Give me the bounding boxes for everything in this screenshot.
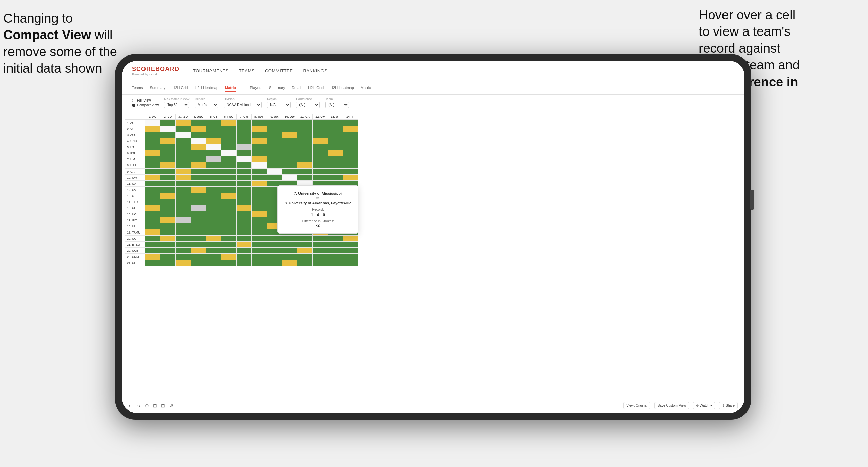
matrix-cell[interactable]	[282, 248, 297, 254]
nav-tournaments[interactable]: TOURNAMENTS	[193, 67, 229, 75]
matrix-cell[interactable]	[206, 248, 221, 254]
zoom-fit-icon[interactable]: ⊙	[145, 403, 149, 408]
matrix-cell[interactable]	[267, 120, 282, 126]
matrix-cell[interactable]	[237, 254, 252, 260]
matrix-cell[interactable]	[160, 248, 176, 254]
matrix-cell[interactable]	[206, 199, 221, 205]
matrix-cell[interactable]	[343, 169, 358, 175]
matrix-cell[interactable]	[176, 126, 191, 132]
matrix-cell[interactable]	[282, 132, 297, 138]
matrix-cell[interactable]	[252, 236, 267, 242]
nav-committee[interactable]: COMMITTEE	[265, 67, 293, 75]
nav-teams[interactable]: TEAMS	[239, 67, 255, 75]
refresh-icon[interactable]: ↺	[169, 403, 173, 408]
matrix-cell[interactable]	[160, 144, 176, 150]
nav-rankings[interactable]: RANKINGS	[303, 67, 327, 75]
matrix-cell[interactable]	[145, 120, 160, 126]
matrix-cell[interactable]	[328, 175, 343, 181]
matrix-cell[interactable]	[237, 126, 252, 132]
matrix-cell[interactable]	[282, 254, 297, 260]
matrix-cell[interactable]	[221, 211, 237, 217]
matrix-cell[interactable]	[191, 126, 206, 132]
matrix-cell[interactable]	[267, 150, 282, 156]
matrix-cell[interactable]	[297, 150, 313, 156]
matrix-cell[interactable]	[221, 242, 237, 248]
matrix-cell[interactable]	[160, 242, 176, 248]
matrix-cell[interactable]	[191, 120, 206, 126]
matrix-cell[interactable]	[206, 211, 221, 217]
matrix-cell[interactable]	[191, 229, 206, 236]
filter-division-select[interactable]: NCAA Division I	[224, 102, 262, 108]
matrix-cell[interactable]	[191, 138, 206, 144]
matrix-cell[interactable]	[176, 156, 191, 162]
matrix-cell[interactable]	[282, 138, 297, 144]
matrix-cell[interactable]	[328, 132, 343, 138]
matrix-cell[interactable]	[160, 156, 176, 162]
matrix-cell[interactable]	[313, 138, 328, 144]
matrix-cell[interactable]	[237, 193, 252, 199]
matrix-cell[interactable]	[191, 156, 206, 162]
matrix-cell[interactable]	[176, 254, 191, 260]
matrix-cell[interactable]	[145, 126, 160, 132]
matrix-cell[interactable]	[176, 223, 191, 229]
matrix-cell[interactable]	[237, 132, 252, 138]
matrix-cell[interactable]	[252, 254, 267, 260]
matrix-cell[interactable]	[191, 150, 206, 156]
matrix-cell[interactable]	[297, 162, 313, 169]
matrix-cell[interactable]	[252, 248, 267, 254]
matrix-cell[interactable]	[145, 162, 160, 169]
matrix-cell[interactable]	[282, 156, 297, 162]
matrix-cell[interactable]	[313, 126, 328, 132]
watch-button[interactable]: ⊙ Watch ▾	[693, 402, 715, 409]
matrix-cell[interactable]	[176, 144, 191, 150]
matrix-cell[interactable]	[297, 144, 313, 150]
matrix-cell[interactable]	[221, 248, 237, 254]
matrix-cell[interactable]	[160, 169, 176, 175]
matrix-cell[interactable]	[282, 150, 297, 156]
matrix-cell[interactable]	[145, 175, 160, 181]
tab-h2h-grid-1[interactable]: H2H Grid	[172, 84, 188, 92]
matrix-cell[interactable]	[282, 260, 297, 266]
matrix-cell[interactable]	[160, 187, 176, 193]
matrix-cell[interactable]	[176, 150, 191, 156]
matrix-cell[interactable]	[237, 236, 252, 242]
matrix-cell[interactable]	[206, 156, 221, 162]
matrix-cell[interactable]	[343, 236, 358, 242]
matrix-cell[interactable]	[343, 156, 358, 162]
matrix-cell[interactable]	[282, 175, 297, 181]
matrix-cell[interactable]	[176, 162, 191, 169]
matrix-cell[interactable]	[343, 254, 358, 260]
matrix-cell[interactable]	[221, 260, 237, 266]
matrix-cell[interactable]	[237, 217, 252, 223]
matrix-cell[interactable]	[206, 223, 221, 229]
matrix-cell[interactable]	[221, 169, 237, 175]
matrix-cell[interactable]	[267, 126, 282, 132]
matrix-cell[interactable]	[297, 260, 313, 266]
matrix-cell[interactable]	[343, 162, 358, 169]
matrix-cell[interactable]	[206, 120, 221, 126]
matrix-cell[interactable]	[221, 132, 237, 138]
matrix-cell[interactable]	[343, 120, 358, 126]
matrix-cell[interactable]	[252, 242, 267, 248]
matrix-cell[interactable]	[328, 120, 343, 126]
matrix-cell[interactable]	[176, 260, 191, 266]
matrix-cell[interactable]	[145, 260, 160, 266]
matrix-cell[interactable]	[313, 132, 328, 138]
matrix-cell[interactable]	[328, 162, 343, 169]
matrix-cell[interactable]	[267, 144, 282, 150]
matrix-cell[interactable]	[221, 236, 237, 242]
matrix-cell[interactable]	[176, 175, 191, 181]
matrix-cell[interactable]	[282, 236, 297, 242]
matrix-cell[interactable]	[145, 138, 160, 144]
matrix-cell[interactable]	[237, 205, 252, 211]
tab-players[interactable]: Players	[250, 84, 262, 92]
matrix-cell[interactable]	[267, 132, 282, 138]
filter-conference-select[interactable]: (All)	[296, 102, 320, 108]
matrix-cell[interactable]	[206, 229, 221, 236]
matrix-cell[interactable]	[328, 260, 343, 266]
matrix-cell[interactable]	[221, 181, 237, 187]
matrix-cell[interactable]	[297, 242, 313, 248]
matrix-cell[interactable]	[328, 126, 343, 132]
matrix-cell[interactable]	[343, 248, 358, 254]
matrix-cell[interactable]	[221, 156, 237, 162]
